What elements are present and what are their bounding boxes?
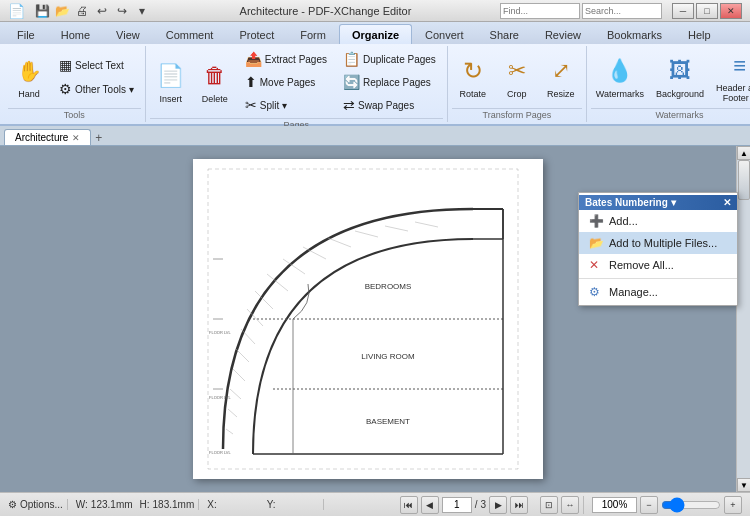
dropdown-remove-item[interactable]: ✕ Remove All... bbox=[579, 254, 737, 276]
move-pages-btn[interactable]: ⬆ Move Pages bbox=[238, 71, 334, 93]
qa-dropdown[interactable]: ▾ bbox=[133, 2, 151, 20]
bates-dropdown-menu: Bates Numbering ▾ ✕ ➕ Add... 📂 Add to Mu… bbox=[578, 192, 738, 306]
last-page-btn[interactable]: ⏭ bbox=[510, 496, 528, 514]
navigation-section: ⏮ ◀ / 3 ▶ ⏭ bbox=[396, 496, 532, 514]
ribbon-group-tools: ✋ Hand ▦ Select Text ⚙ Other Tools ▾ bbox=[4, 46, 146, 122]
split-btn[interactable]: ✂ Split ▾ bbox=[238, 94, 334, 116]
zoom-fit-btn[interactable]: ⊡ bbox=[540, 496, 558, 514]
tab-form[interactable]: Form bbox=[287, 24, 339, 44]
header-footer-btn[interactable]: ≡ Header andFooter ▾ bbox=[711, 48, 750, 106]
maximize-btn[interactable]: □ bbox=[696, 3, 718, 19]
tab-protect[interactable]: Protect bbox=[226, 24, 287, 44]
watermarks-btn[interactable]: 💧 Watermarks bbox=[591, 48, 649, 106]
dropdown-close-icon[interactable]: ✕ bbox=[723, 197, 731, 208]
ribbon-tab-bar: File Home View Comment Protect Form Orga… bbox=[0, 22, 750, 44]
ribbon-group-pages: 📄 Insert 🗑 Delete 📤 Extract Pages ⬆ bbox=[146, 46, 448, 122]
find-input[interactable] bbox=[500, 3, 580, 19]
scroll-up-btn[interactable]: ▲ bbox=[737, 146, 750, 160]
tools-group-label: Tools bbox=[8, 108, 141, 120]
duplicate-icon: 📋 bbox=[343, 51, 360, 67]
header-footer-icon: ≡ bbox=[724, 51, 750, 81]
dropdown-add-label: Add... bbox=[609, 215, 638, 227]
swap-pages-btn[interactable]: ⇄ Swap Pages bbox=[336, 94, 443, 116]
insert-icon: 📄 bbox=[155, 60, 187, 92]
background-btn[interactable]: 🖼 Background bbox=[651, 48, 709, 106]
first-page-btn[interactable]: ⏮ bbox=[400, 496, 418, 514]
pdf-page: BEDROOMS LIVING ROOM BASEMENT bbox=[193, 159, 543, 479]
search-input[interactable] bbox=[582, 3, 662, 19]
delete-btn[interactable]: 🗑 Delete bbox=[194, 53, 236, 111]
dropdown-add-item[interactable]: ➕ Add... bbox=[579, 210, 737, 232]
height-value: 183.1mm bbox=[153, 499, 195, 510]
zoom-input[interactable] bbox=[592, 497, 637, 513]
scroll-down-btn[interactable]: ▼ bbox=[737, 478, 750, 492]
resize-btn[interactable]: ⤢ Resize bbox=[540, 48, 582, 106]
add-icon: ➕ bbox=[589, 214, 603, 228]
architecture-tab-close[interactable]: ✕ bbox=[72, 133, 80, 143]
tab-help[interactable]: Help bbox=[675, 24, 724, 44]
print-btn[interactable]: 🖨 bbox=[73, 2, 91, 20]
replace-pages-btn[interactable]: 🔄 Replace Pages bbox=[336, 71, 443, 93]
insert-btn[interactable]: 📄 Insert bbox=[150, 53, 192, 111]
width-value: 123.1mm bbox=[91, 499, 133, 510]
options-label[interactable]: Options... bbox=[20, 499, 63, 510]
redo-btn[interactable]: ↪ bbox=[113, 2, 131, 20]
scroll-track[interactable] bbox=[737, 160, 750, 478]
new-tab-btn[interactable]: + bbox=[95, 131, 102, 145]
document-tab-bar: Architecture ✕ + bbox=[0, 126, 750, 146]
dropdown-remove-label: Remove All... bbox=[609, 259, 674, 271]
zoom-fit-width-btn[interactable]: ↔ bbox=[561, 496, 579, 514]
scroll-thumb[interactable] bbox=[738, 160, 750, 200]
zoom-in-btn[interactable]: + bbox=[724, 496, 742, 514]
zoom-nav-section: ⊡ ↔ bbox=[536, 496, 584, 514]
close-btn[interactable]: ✕ bbox=[720, 3, 742, 19]
architecture-tab-label: Architecture bbox=[15, 132, 68, 143]
tab-review[interactable]: Review bbox=[532, 24, 594, 44]
split-icon: ✂ bbox=[245, 97, 257, 113]
page-total: 3 bbox=[480, 499, 486, 510]
tab-share[interactable]: Share bbox=[477, 24, 532, 44]
tab-view[interactable]: View bbox=[103, 24, 153, 44]
minimize-btn[interactable]: ─ bbox=[672, 3, 694, 19]
prev-page-btn[interactable]: ◀ bbox=[421, 496, 439, 514]
watermarks-icon: 💧 bbox=[604, 55, 636, 87]
rotate-icon: ↻ bbox=[457, 55, 489, 87]
zoom-out-btn[interactable]: − bbox=[640, 496, 658, 514]
tab-comment[interactable]: Comment bbox=[153, 24, 227, 44]
ribbon: ✋ Hand ▦ Select Text ⚙ Other Tools ▾ bbox=[0, 44, 750, 126]
zoom-slider[interactable] bbox=[661, 499, 721, 511]
dropdown-header: Bates Numbering ▾ ✕ bbox=[579, 195, 737, 210]
tab-convert[interactable]: Convert bbox=[412, 24, 477, 44]
crop-btn[interactable]: ✂ Crop bbox=[496, 48, 538, 106]
tab-home[interactable]: Home bbox=[48, 24, 103, 44]
next-page-btn[interactable]: ▶ bbox=[489, 496, 507, 514]
dropdown-add-multiple-item[interactable]: 📂 Add to Multiple Files... bbox=[579, 232, 737, 254]
dropdown-manage-item[interactable]: ⚙ Manage... bbox=[579, 281, 737, 303]
extract-pages-icon: 📤 bbox=[245, 51, 262, 67]
save-btn[interactable]: 💾 bbox=[33, 2, 51, 20]
undo-btn[interactable]: ↩ bbox=[93, 2, 111, 20]
dropdown-add-multiple-label: Add to Multiple Files... bbox=[609, 237, 717, 249]
title-bar: 📄 💾 📂 🖨 ↩ ↪ ▾ Architecture - PDF-XChange… bbox=[0, 0, 750, 22]
page-separator: / bbox=[475, 499, 478, 510]
crop-icon: ✂ bbox=[501, 55, 533, 87]
tab-bookmarks[interactable]: Bookmarks bbox=[594, 24, 675, 44]
tab-organize[interactable]: Organize bbox=[339, 24, 412, 44]
tab-file[interactable]: File bbox=[4, 24, 48, 44]
duplicate-pages-btn[interactable]: 📋 Duplicate Pages bbox=[336, 48, 443, 70]
width-label: W: bbox=[76, 499, 88, 510]
ribbon-group-watermarks: 💧 Watermarks 🖼 Background ≡ Header andFo… bbox=[587, 46, 750, 122]
other-tools-btn[interactable]: ⚙ Other Tools ▾ bbox=[52, 78, 141, 100]
right-scrollbar[interactable]: ▲ ▼ bbox=[736, 146, 750, 492]
open-btn[interactable]: 📂 bbox=[53, 2, 71, 20]
architecture-tab[interactable]: Architecture ✕ bbox=[4, 129, 91, 145]
hand-tool-btn[interactable]: ✋ Hand bbox=[8, 48, 50, 106]
extract-pages-btn[interactable]: 📤 Extract Pages bbox=[238, 48, 334, 70]
select-text-btn[interactable]: ▦ Select Text bbox=[52, 54, 141, 76]
rotate-btn[interactable]: ↻ Rotate bbox=[452, 48, 494, 106]
quick-access-toolbar: 💾 📂 🖨 ↩ ↪ ▾ bbox=[33, 2, 151, 20]
delete-icon: 🗑 bbox=[199, 60, 231, 92]
architecture-drawing: BEDROOMS LIVING ROOM BASEMENT bbox=[193, 159, 543, 479]
page-number-input[interactable] bbox=[442, 497, 472, 513]
dropdown-manage-label: Manage... bbox=[609, 286, 658, 298]
